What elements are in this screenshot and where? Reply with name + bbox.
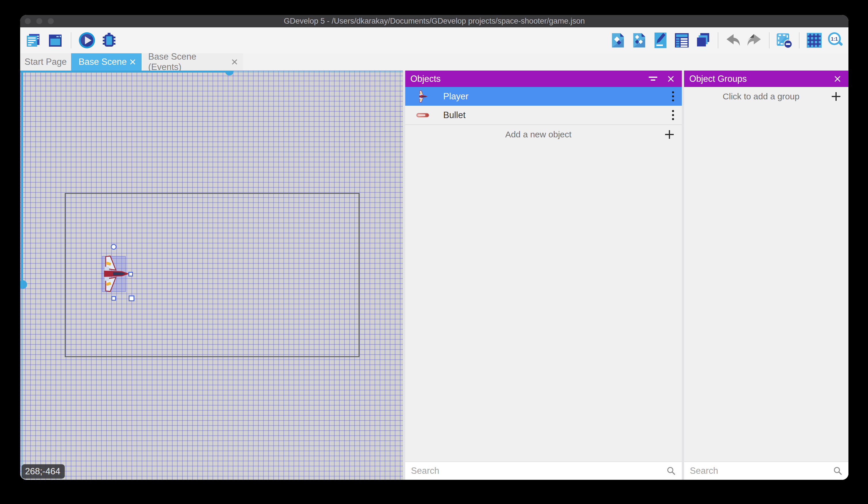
object-name: Player bbox=[443, 91, 669, 102]
horizontal-scrollbar[interactable] bbox=[20, 71, 403, 73]
pane-divider bbox=[682, 71, 684, 480]
objects-panel: Objects bbox=[405, 71, 682, 480]
add-group-label: Click to add a group bbox=[691, 92, 831, 101]
object-groups-panel: Object Groups Click to add a group bbox=[684, 71, 848, 480]
objects-panel-icon[interactable] bbox=[609, 32, 627, 49]
toggle-mask-icon[interactable] bbox=[776, 32, 793, 49]
undo-icon[interactable] bbox=[724, 32, 742, 49]
object-menu-icon[interactable] bbox=[669, 91, 677, 101]
rotate-handle[interactable] bbox=[111, 244, 116, 250]
cursor-coordinates-badge: 268;-464 bbox=[22, 464, 65, 478]
instances-list-icon[interactable] bbox=[673, 32, 690, 49]
bullet-thumbnail bbox=[416, 109, 430, 121]
pane-divider bbox=[403, 71, 405, 480]
search-icon bbox=[666, 466, 676, 476]
horizontal-scrollbar-thumb[interactable] bbox=[225, 71, 234, 75]
objects-panel-title: Objects bbox=[410, 74, 441, 84]
filter-icon[interactable] bbox=[648, 74, 658, 84]
tab-start-page[interactable]: Start Page bbox=[20, 53, 71, 71]
screen-background: GDevelop 5 - /Users/dkarakay/Documents/G… bbox=[0, 0, 868, 504]
tab-close-icon[interactable] bbox=[230, 57, 239, 67]
svg-text:1:1: 1:1 bbox=[831, 36, 838, 41]
gdevelop-window: GDevelop 5 - /Users/dkarakay/Documents/G… bbox=[20, 15, 848, 480]
groups-search-bar bbox=[684, 461, 848, 480]
plus-icon bbox=[664, 129, 675, 140]
titlebar: GDevelop 5 - /Users/dkarakay/Documents/G… bbox=[20, 15, 848, 27]
objects-search-bar bbox=[405, 461, 682, 480]
search-icon bbox=[833, 466, 843, 476]
toolbar: 1:1 bbox=[20, 27, 848, 53]
tab-close-icon[interactable] bbox=[128, 57, 137, 67]
layers-panel-icon[interactable] bbox=[694, 32, 712, 49]
vertical-scrollbar[interactable] bbox=[21, 71, 23, 480]
toolbar-separator bbox=[71, 32, 71, 48]
resize-handle-right[interactable] bbox=[128, 272, 133, 276]
toolbar-separator bbox=[769, 32, 769, 48]
scene-editor-canvas[interactable]: 268;-464 bbox=[20, 71, 403, 480]
toggle-grid-icon[interactable] bbox=[806, 32, 823, 49]
window-title: GDevelop 5 - /Users/dkarakay/Documents/G… bbox=[20, 17, 848, 26]
tab-label: Start Page bbox=[24, 57, 66, 67]
properties-panel-icon[interactable] bbox=[652, 32, 669, 49]
project-manager-icon[interactable] bbox=[24, 32, 42, 49]
zoom-window-button[interactable] bbox=[48, 18, 54, 24]
preview-window-icon[interactable] bbox=[46, 32, 64, 49]
zoom-one-to-one-icon[interactable]: 1:1 bbox=[827, 32, 844, 49]
debug-icon[interactable] bbox=[101, 32, 118, 49]
toolbar-separator bbox=[718, 32, 719, 48]
play-icon[interactable] bbox=[78, 32, 95, 49]
tab-base-scene-events[interactable]: Base Scene (Events) bbox=[143, 53, 243, 71]
close-icon[interactable] bbox=[832, 74, 843, 84]
groups-search-input[interactable] bbox=[689, 465, 833, 476]
toolbar-separator bbox=[799, 32, 799, 48]
traffic-lights bbox=[25, 15, 54, 27]
objects-panel-header: Objects bbox=[405, 71, 682, 87]
resize-handle-bottom[interactable] bbox=[111, 296, 116, 301]
add-group-button[interactable]: Click to add a group bbox=[684, 87, 848, 106]
tab-label: Base Scene (Events) bbox=[148, 52, 230, 72]
add-object-label: Add a new object bbox=[412, 130, 664, 139]
close-icon[interactable] bbox=[666, 74, 676, 84]
tab-base-scene[interactable]: Base Scene bbox=[71, 53, 142, 71]
minimize-window-button[interactable] bbox=[36, 18, 42, 24]
vertical-scrollbar-thumb[interactable] bbox=[20, 280, 27, 289]
object-groups-panel-header: Object Groups bbox=[684, 71, 848, 87]
redo-icon[interactable] bbox=[746, 32, 763, 49]
object-groups-icon[interactable] bbox=[631, 32, 648, 49]
object-menu-icon[interactable] bbox=[669, 110, 677, 120]
object-row-player[interactable]: Player bbox=[405, 87, 682, 106]
resize-handle-corner[interactable] bbox=[128, 295, 134, 301]
plus-icon bbox=[831, 91, 841, 102]
object-groups-panel-title: Object Groups bbox=[689, 74, 747, 84]
object-row-bullet[interactable]: Bullet bbox=[405, 106, 682, 124]
objects-search-input[interactable] bbox=[410, 465, 666, 476]
player-ship-thumbnail bbox=[416, 90, 430, 102]
add-object-button[interactable]: Add a new object bbox=[405, 125, 682, 144]
object-name: Bullet bbox=[443, 110, 669, 120]
tab-bar: Start Page Base Scene Base Scene (Events… bbox=[20, 53, 848, 71]
tab-label: Base Scene bbox=[79, 57, 127, 67]
close-window-button[interactable] bbox=[25, 18, 31, 24]
